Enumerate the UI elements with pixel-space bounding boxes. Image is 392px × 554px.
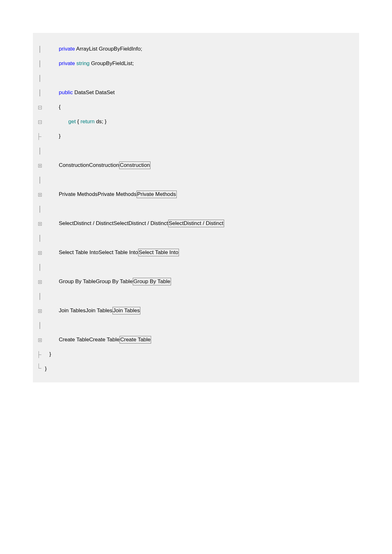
- code-content: private string GroupByFieldList;: [44, 56, 134, 71]
- code-line-blank: [35, 173, 357, 187]
- gutter-continuation: [35, 318, 44, 332]
- code-line-blank: [35, 143, 357, 158]
- region-line: Create TableCreate TableCreate Table: [35, 332, 357, 347]
- region-content: SelectDistinct / DistinctSelectDistinct …: [44, 216, 224, 231]
- code-line-blank: [35, 71, 357, 85]
- region-content: Group By TableGroup By TableGroup By Tab…: [44, 274, 171, 289]
- region-collapsed-box[interactable]: SelectDistinct / Distinct: [168, 220, 224, 227]
- gutter-continuation: [35, 71, 44, 85]
- region-line: Private MethodsPrivate MethodsPrivate Me…: [35, 187, 357, 202]
- gutter-continuation: [35, 260, 44, 274]
- region-collapsed-box[interactable]: Construction: [119, 161, 150, 169]
- code-line-blank: [35, 231, 357, 245]
- fold-open-icon[interactable]: [35, 100, 44, 114]
- code-content: get { return ds; }: [44, 114, 107, 129]
- fold-closed-icon[interactable]: [35, 187, 44, 202]
- code-content: }: [44, 129, 61, 143]
- region-line: SelectDistinct / DistinctSelectDistinct …: [35, 216, 357, 231]
- fold-closed-icon[interactable]: [35, 303, 44, 318]
- code-block: private ArrayList GroupByFieldInfo; priv…: [33, 33, 359, 382]
- region-line: ConstructionConstructionConstruction: [35, 158, 357, 173]
- code-line-blank: [35, 289, 357, 303]
- fold-closed-icon[interactable]: [35, 274, 44, 289]
- gutter-continuation: [35, 202, 44, 216]
- gutter-continuation: [35, 56, 44, 71]
- region-collapsed-box[interactable]: Group By Table: [133, 278, 171, 285]
- region-content: Join TablesJoin TablesJoin Tables: [44, 303, 140, 318]
- code-line: private string GroupByFieldList;: [35, 56, 357, 71]
- code-content: }: [44, 347, 51, 362]
- region-content: Private MethodsPrivate MethodsPrivate Me…: [44, 187, 177, 202]
- gutter-continuation: [35, 143, 44, 158]
- code-line-blank: [35, 260, 357, 274]
- fold-closed-icon[interactable]: [35, 245, 44, 260]
- region-line: Select Table IntoSelect Table IntoSelect…: [35, 245, 357, 260]
- region-content: Create TableCreate TableCreate Table: [44, 332, 151, 347]
- gutter-branch: [35, 129, 44, 143]
- code-content: public DataSet DataSet: [44, 85, 115, 100]
- code-content: }: [44, 362, 47, 376]
- code-line: get { return ds; }: [35, 114, 357, 129]
- gutter-continuation: [35, 173, 44, 187]
- region-content: ConstructionConstructionConstruction: [44, 158, 150, 173]
- gutter-continuation: [35, 85, 44, 100]
- region-line: Group By TableGroup By TableGroup By Tab…: [35, 274, 357, 289]
- code-line-blank: [35, 318, 357, 332]
- fold-closed-icon[interactable]: [35, 332, 44, 347]
- gutter-continuation: [35, 289, 44, 303]
- region-collapsed-box[interactable]: Private Methods: [137, 191, 177, 198]
- code-line: }: [35, 347, 357, 362]
- region-collapsed-box[interactable]: Select Table Into: [138, 249, 179, 256]
- code-line: {: [35, 100, 357, 114]
- region-line: Join TablesJoin TablesJoin Tables: [35, 303, 357, 318]
- gutter-branch: [35, 347, 44, 362]
- code-line-blank: [35, 202, 357, 216]
- fold-closed-icon[interactable]: [35, 158, 44, 173]
- gutter-continuation: [35, 42, 44, 56]
- code-line: }: [35, 362, 357, 376]
- region-collapsed-box[interactable]: Create Table: [119, 336, 151, 344]
- region-content: Select Table IntoSelect Table IntoSelect…: [44, 245, 179, 260]
- code-content: private ArrayList GroupByFieldInfo;: [44, 42, 142, 56]
- code-line: }: [35, 129, 357, 143]
- code-line: private ArrayList GroupByFieldInfo;: [35, 42, 357, 56]
- fold-open-icon[interactable]: [35, 114, 44, 129]
- gutter-continuation: [35, 231, 44, 245]
- code-content: {: [44, 100, 61, 114]
- region-collapsed-box[interactable]: Join Tables: [113, 307, 141, 314]
- fold-closed-icon[interactable]: [35, 216, 44, 231]
- gutter-end-corner: [35, 362, 44, 376]
- code-line: public DataSet DataSet: [35, 85, 357, 100]
